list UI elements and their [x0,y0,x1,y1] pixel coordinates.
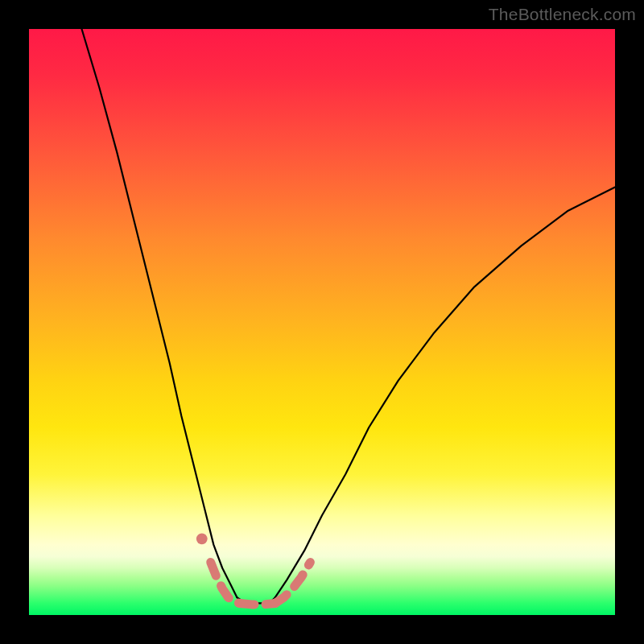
watermark-text: TheBottleneck.com [489,5,636,24]
curve-layer [29,29,615,615]
series-group [82,29,615,605]
outer-frame: TheBottleneck.com [0,0,644,644]
series-right-branch [275,188,615,598]
series-dot-upper-left [196,533,208,544]
plot-area [29,29,615,615]
series-dash-left [211,562,240,603]
series-left-branch [82,29,237,597]
series-dash-bottom [240,603,275,604]
